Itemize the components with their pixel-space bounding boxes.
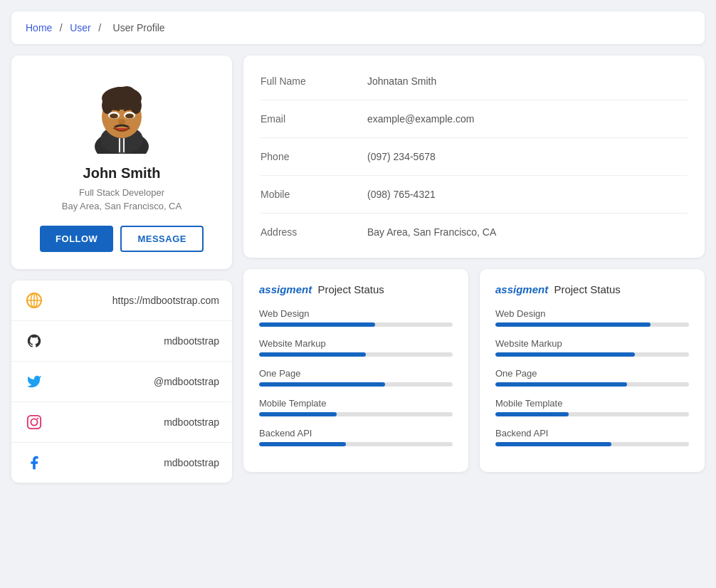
info-label-mobile: Mobile	[260, 189, 353, 200]
progress-item-1-1: Website Markup	[259, 338, 453, 357]
social-row-instagram[interactable]: mdbootstrap	[11, 402, 232, 443]
svg-point-11	[110, 114, 118, 119]
svg-point-5	[102, 97, 113, 114]
social-row-twitter[interactable]: @mdbootstrap	[11, 362, 232, 402]
progress-item-1-2: One Page	[259, 368, 453, 387]
twitter-icon	[24, 372, 44, 392]
progress-item-1-0: Web Design	[259, 308, 453, 327]
info-card: Full Name Johnatan Smith Email example@e…	[243, 56, 705, 258]
progress-item-1-3: Mobile Template	[259, 398, 453, 416]
info-value-email: example@example.com	[367, 113, 474, 125]
svg-point-13	[118, 119, 125, 125]
svg-rect-16	[123, 138, 125, 152]
follow-button[interactable]: FOLLOW	[40, 226, 113, 252]
svg-point-8	[118, 86, 135, 99]
progress-card-1-title: assigment Project Status	[259, 283, 453, 295]
right-column: Full Name Johnatan Smith Email example@e…	[243, 56, 705, 472]
progress-item-2-4: Backend API	[495, 428, 689, 446]
info-label-address: Address	[260, 226, 353, 238]
facebook-icon	[24, 453, 44, 473]
info-value-mobile: (098) 765-4321	[367, 189, 436, 200]
progress-item-2-0: Web Design	[495, 308, 689, 327]
social-twitter-link: @mdbootstrap	[154, 376, 219, 387]
profile-card: John Smith Full Stack Developer Bay Area…	[11, 56, 232, 269]
instagram-icon	[24, 412, 44, 432]
github-icon	[24, 331, 44, 351]
info-row-fullname: Full Name Johnatan Smith	[260, 63, 688, 100]
social-facebook-link: mdbootstrap	[164, 457, 219, 468]
breadcrumb: Home / User / User Profile	[11, 11, 705, 44]
progress-card-2-title: assigment Project Status	[495, 283, 689, 295]
social-row-github[interactable]: mdbootstrap	[11, 321, 232, 362]
info-label-fullname: Full Name	[260, 75, 353, 87]
progress-item-2-2: One Page	[495, 368, 689, 387]
progress-card-2: assigment Project Status Web Design Webs…	[480, 269, 705, 472]
info-row-email: Email example@example.com	[260, 100, 688, 138]
breadcrumb-current: User Profile	[113, 22, 165, 33]
info-value-fullname: Johnatan Smith	[367, 75, 436, 87]
profile-title: Full Stack Developer	[26, 187, 218, 198]
progress-card-1: assigment Project Status Web Design Webs…	[243, 269, 468, 472]
social-instagram-link: mdbootstrap	[164, 416, 219, 428]
profile-name: John Smith	[26, 165, 218, 182]
info-row-phone: Phone (097) 234-5678	[260, 138, 688, 176]
left-column: John Smith Full Stack Developer Bay Area…	[11, 56, 232, 483]
message-button[interactable]: MESSAGE	[120, 226, 204, 252]
svg-point-22	[31, 419, 37, 425]
progress-item-1-4: Backend API	[259, 428, 453, 446]
progress-item-2-1: Website Markup	[495, 338, 689, 357]
profile-location: Bay Area, San Francisco, CA	[26, 201, 218, 211]
social-github-link: mdbootstrap	[164, 335, 219, 347]
avatar	[83, 75, 161, 154]
info-value-phone: (097) 234-5678	[367, 151, 436, 162]
social-website-link: https://mdbootstrap.com	[112, 295, 219, 306]
profile-actions: FOLLOW MESSAGE	[26, 226, 218, 252]
social-card: https://mdbootstrap.com mdbootstrap	[11, 280, 232, 483]
info-label-phone: Phone	[260, 151, 353, 162]
svg-point-12	[125, 114, 134, 119]
svg-rect-21	[28, 416, 41, 429]
breadcrumb-home[interactable]: Home	[26, 22, 52, 33]
main-layout: John Smith Full Stack Developer Bay Area…	[11, 56, 705, 483]
progress-item-2-3: Mobile Template	[495, 398, 689, 416]
info-row-mobile: Mobile (098) 765-4321	[260, 176, 688, 214]
info-value-address: Bay Area, San Francisco, CA	[367, 226, 496, 238]
breadcrumb-user[interactable]: User	[70, 22, 91, 33]
svg-point-6	[130, 97, 142, 114]
social-row-website[interactable]: https://mdbootstrap.com	[11, 280, 232, 321]
social-row-facebook[interactable]: mdbootstrap	[11, 443, 232, 483]
progress-row: assigment Project Status Web Design Webs…	[243, 269, 705, 472]
svg-point-23	[37, 418, 38, 419]
globe-icon	[24, 290, 44, 310]
info-label-email: Email	[260, 113, 353, 125]
info-row-address: Address Bay Area, San Francisco, CA	[260, 214, 688, 251]
svg-rect-15	[119, 138, 120, 152]
